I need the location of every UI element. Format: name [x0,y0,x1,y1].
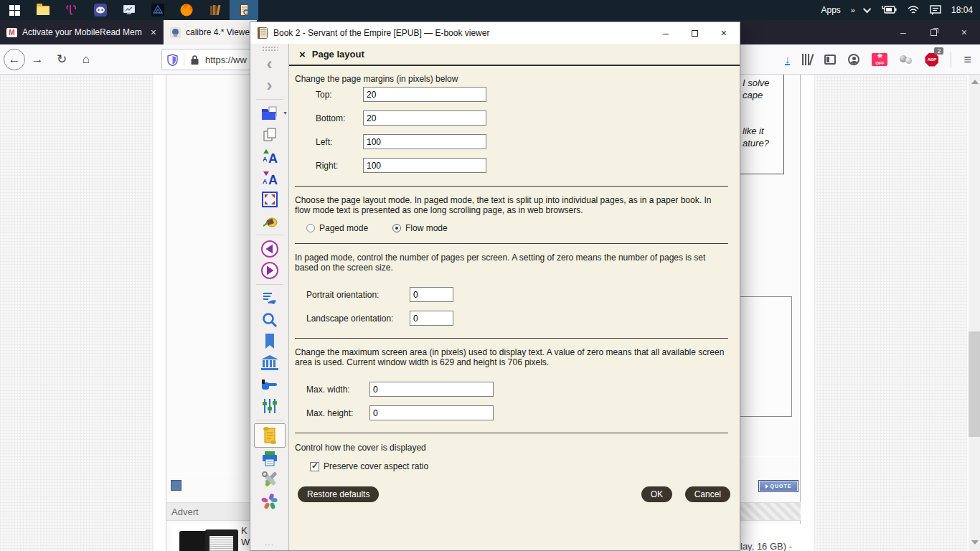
addon-spheres-icon[interactable] [900,54,913,65]
account-icon[interactable] [848,54,859,65]
tools-icon [261,471,278,489]
sidebar-toggle-icon[interactable] [824,55,836,65]
tab-calibre-viewer[interactable]: calibre 4.* Viewer [164,20,257,44]
library-icon[interactable] [802,54,812,65]
restore-defaults-button[interactable]: Restore defaults [298,486,379,502]
next-page-button[interactable] [254,260,286,281]
hamburger-menu-icon[interactable]: ≡ [963,52,971,67]
back-button[interactable]: ← [4,49,25,70]
apps-label[interactable]: Apps [821,5,840,15]
scrollbar-down-arrow[interactable] [971,540,979,545]
browser-minimize-button[interactable]: – [900,27,906,38]
taskbar-dark-app[interactable] [143,0,172,20]
table-of-contents-button[interactable] [254,288,286,309]
post-divider [740,456,798,457]
flow-mode-radio[interactable]: Flow mode [392,223,448,233]
taskbar-monitor-app[interactable] [115,0,143,20]
ad-text-fragment[interactable]: lay, 16 GB) - [740,541,792,551]
max-height-input[interactable] [369,405,494,420]
downloads-icon[interactable]: ↓ [785,55,791,65]
open-dropdown-caret-icon[interactable]: ▾ [283,110,286,116]
margin-top-input[interactable] [363,87,486,102]
preferences-button[interactable] [254,395,286,417]
start-button[interactable] [0,0,29,20]
margin-right-input[interactable] [363,158,486,173]
taskbar-clock[interactable]: 18:04 [951,5,973,15]
tab-mobileread-activate[interactable]: M Activate your MobileRead Mem × [0,20,164,44]
library-button[interactable] [254,352,286,374]
open-ebook-button[interactable]: ▾ [254,103,286,124]
increase-font-size-button[interactable]: AA [254,146,286,167]
tools-button[interactable] [254,469,286,491]
ok-button[interactable]: OK [641,486,672,502]
goto-button[interactable] [254,374,286,395]
portrait-orientation-input[interactable] [410,287,453,302]
notifications-icon[interactable] [930,5,941,15]
landscape-orientation-input[interactable] [410,311,453,326]
previous-page-button[interactable] [254,238,286,260]
radio-icon[interactable] [306,224,315,232]
address-bar[interactable]: https://ww [161,49,262,70]
abp-icon: ABP [925,53,938,67]
checkbox-checked-icon[interactable] [310,462,319,471]
reload-button[interactable]: ↻ [50,52,74,67]
taskbar-firefox[interactable] [172,0,201,20]
screenshot-off-addon-icon[interactable]: OFF [872,53,887,66]
cancel-button[interactable]: Cancel [685,486,730,502]
bookmark-button[interactable] [254,331,286,352]
page-scrollbar-thumb[interactable] [969,331,980,437]
preserve-cover-checkbox-row[interactable]: Preserve cover aspect ratio [310,461,428,471]
wifi-icon[interactable] [907,5,920,15]
paged-mode-radio[interactable]: Paged mode [306,223,368,233]
page-scrollbar[interactable] [969,75,980,551]
ad-text-fragment: W [241,537,250,547]
dialog-close-icon[interactable]: × [299,49,306,60]
viewer-back-button[interactable]: ‹ [254,53,286,75]
taskbar-calibre-viewer[interactable] [230,0,258,20]
taskbar-app-1[interactable] [57,0,86,20]
quote-arrow-icon [765,484,768,489]
calibre-titlebar[interactable]: Book 2 - Servant of the Empire [EPUB] — … [250,22,740,44]
taskbar-discord[interactable] [86,0,115,20]
theme-preferences-button[interactable] [254,210,286,232]
toolbar-drag-handle[interactable] [262,46,278,52]
scrollbar-up-arrow[interactable] [971,80,979,84]
plugins-button[interactable] [254,491,286,512]
calibre-maximize-button[interactable] [692,30,698,37]
kindle-product-image[interactable] [179,529,240,551]
calibre-close-button[interactable]: × [721,27,727,39]
max-width-input[interactable] [369,382,494,397]
dialog-header: × Page layout [289,44,740,66]
margin-left-input[interactable] [363,134,486,149]
apps-overflow-chevron[interactable]: » [851,6,855,14]
decrease-font-size-button[interactable]: AA [254,167,286,189]
browser-close-button[interactable]: × [961,27,967,38]
calibre-minimize-button[interactable]: – [663,27,669,39]
tray-expand-chevron-icon[interactable] [863,5,871,13]
section-divider [295,243,728,244]
firefox-icon [179,3,194,17]
url-text[interactable]: https://ww [205,55,247,65]
tab-close-icon[interactable]: × [151,27,156,38]
copy-icon [262,127,278,143]
tracking-protection-shield-icon[interactable] [167,54,178,66]
print-button[interactable] [254,448,286,469]
copy-button[interactable] [254,124,286,146]
browser-restore-button[interactable] [930,29,937,36]
home-button[interactable]: ⌂ [74,52,98,67]
post-status-icon[interactable] [171,480,182,491]
viewer-forward-button[interactable]: › [254,75,286,96]
radio-icon-checked[interactable] [392,224,401,232]
search-button[interactable] [254,309,286,331]
forward-button[interactable]: → [25,52,50,67]
battery-icon[interactable] [881,5,897,15]
taskbar-file-explorer[interactable] [29,0,57,20]
flow-mode-toggle-button[interactable] [254,423,286,448]
fullscreen-button[interactable] [254,189,286,210]
taskbar-calibre-library[interactable] [201,0,230,20]
calibre-window-controls: – × [663,27,732,39]
margin-bottom-input[interactable] [363,110,486,126]
quote-button[interactable]: QUOTE [758,480,798,492]
adblock-plus-button[interactable]: ABP 2 [925,53,938,67]
toolbar-overflow-dots[interactable]: ··· [265,541,274,550]
